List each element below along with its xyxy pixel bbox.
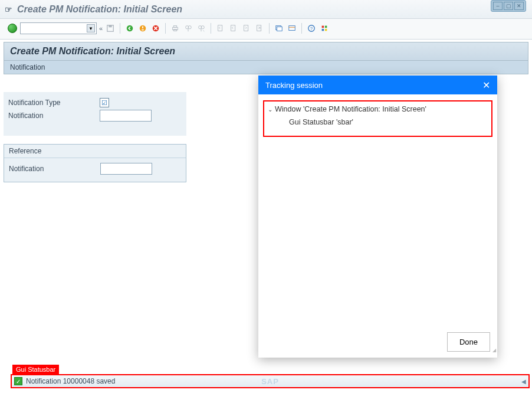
popup-body: ⌄ Window 'Create PM Notification: Initia…	[258, 94, 497, 326]
back-icon[interactable]	[124, 23, 135, 34]
svg-rect-26	[325, 26, 327, 28]
svg-rect-27	[322, 29, 324, 31]
resize-grip-icon[interactable]: ◢	[489, 349, 496, 356]
popup-title: Tracking session	[265, 81, 323, 90]
ok-icon[interactable]	[7, 23, 18, 34]
print-icon[interactable]	[170, 23, 180, 34]
prev-page-icon[interactable]	[228, 23, 239, 34]
svg-rect-1	[109, 25, 112, 28]
svg-rect-15	[218, 25, 222, 31]
tree-statusbar-label: Gui Statusbar 'sbar'	[289, 118, 353, 126]
exit-icon[interactable]	[137, 23, 148, 34]
next-page-icon[interactable]	[241, 23, 252, 34]
titlebar: ☞ Create PM Notification: Initial Screen	[0, 0, 532, 19]
notification-label: Notification	[8, 112, 100, 120]
statusbar: ✓ Notification 10000048 saved SAP ◀	[11, 374, 530, 388]
cancel-icon[interactable]	[150, 23, 161, 34]
svg-rect-6	[174, 26, 177, 28]
reference-notification-label: Notification	[9, 165, 100, 173]
svg-text:?: ?	[310, 26, 313, 31]
form-area: Notification Type ☑ Notification	[4, 92, 186, 136]
layout-icon[interactable]	[287, 23, 297, 34]
command-combo[interactable]: ▼	[20, 22, 97, 34]
status-message: Notification 10000048 saved	[26, 377, 115, 385]
page-title: Create PM Notification: Initial Screen	[4, 42, 528, 61]
minimize-button[interactable]: –	[493, 2, 503, 10]
tracking-tree: ⌄ Window 'Create PM Notification: Initia…	[263, 100, 492, 137]
reference-notification-input[interactable]	[100, 163, 152, 175]
save-icon[interactable]	[105, 23, 116, 34]
svg-rect-16	[231, 25, 235, 31]
popup-footer: Done ◢	[258, 326, 497, 358]
window-controls: – ▢ ✕	[491, 0, 526, 12]
window-title: Create PM Notification: Initial Screen	[17, 4, 182, 15]
sap-logo: SAP	[261, 377, 279, 386]
statusbar-annotation: Gui Statusbar	[12, 365, 59, 374]
find-next-icon[interactable]	[196, 23, 206, 34]
notification-type-field[interactable]: ☑	[100, 98, 109, 107]
customize-icon[interactable]	[319, 23, 330, 34]
restore-button[interactable]: ▢	[504, 2, 513, 10]
popup-titlebar: Tracking session ✕	[258, 76, 497, 94]
svg-rect-28	[325, 29, 327, 31]
success-icon: ✓	[14, 377, 22, 385]
back-icon: ☞	[5, 5, 12, 14]
svg-rect-20	[277, 27, 283, 31]
history-chevron[interactable]: «	[99, 25, 103, 32]
svg-line-14	[203, 31, 205, 32]
close-window-button[interactable]: ✕	[514, 2, 524, 10]
chevron-down-icon[interactable]: ▼	[87, 24, 95, 32]
find-icon[interactable]	[183, 23, 193, 34]
toolbar: ▼ « ?	[0, 19, 532, 40]
done-button[interactable]: Done	[447, 332, 490, 352]
chevron-down-icon[interactable]: ⌄	[268, 106, 272, 113]
tree-window-node[interactable]: ⌄ Window 'Create PM Notification: Initia…	[268, 105, 488, 113]
status-expand-icon[interactable]: ◀	[521, 378, 526, 385]
page-subheader: Notification	[4, 61, 528, 74]
close-icon[interactable]: ✕	[482, 80, 490, 91]
svg-rect-21	[289, 26, 295, 31]
tree-window-label: Window 'Create PM Notification: Initial …	[275, 105, 426, 113]
reference-legend: Reference	[4, 145, 186, 158]
help-icon[interactable]: ?	[306, 23, 317, 34]
last-page-icon[interactable]	[254, 23, 265, 34]
notification-type-label: Notification Type	[8, 99, 100, 107]
tree-statusbar-node[interactable]: Gui Statusbar 'sbar'	[268, 113, 488, 126]
svg-rect-25	[322, 26, 324, 28]
first-page-icon[interactable]	[215, 23, 226, 34]
new-session-icon[interactable]	[274, 23, 284, 34]
tracking-session-popup: Tracking session ✕ ⌄ Window 'Create PM N…	[258, 76, 497, 358]
reference-fieldset: Reference Notification	[4, 144, 186, 182]
notification-input[interactable]	[100, 110, 152, 122]
svg-point-2	[127, 25, 133, 32]
